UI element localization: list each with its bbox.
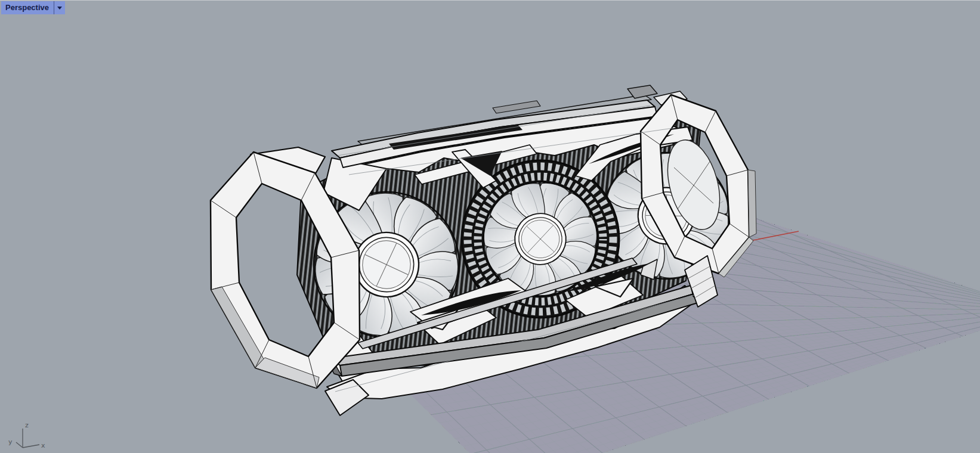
viewport-canvas[interactable]: z x y <box>0 1 980 453</box>
perspective-viewport[interactable]: Perspective <box>0 0 980 453</box>
axis-label-y: y <box>8 438 13 446</box>
chevron-down-icon <box>57 7 62 10</box>
viewport-menu-button[interactable] <box>54 1 65 14</box>
viewport-title[interactable]: Perspective <box>1 1 54 14</box>
axis-label-x: x <box>41 442 45 449</box>
axis-label-z: z <box>25 421 29 429</box>
viewport-title-tab[interactable]: Perspective <box>1 1 65 14</box>
